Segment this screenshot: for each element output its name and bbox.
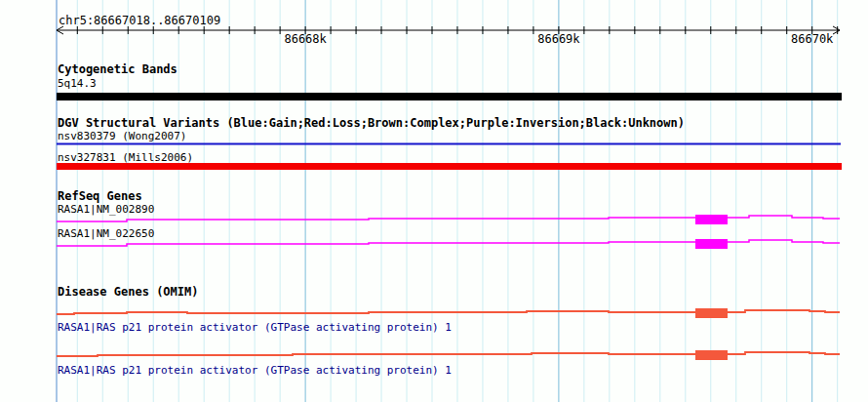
ruler-tick-label: 86670k bbox=[791, 33, 833, 46]
track-title-refseq-genes: RefSeq Genes bbox=[58, 190, 142, 203]
refseq-gene-2-exon[interactable] bbox=[695, 239, 728, 249]
cytoband-label[interactable]: 5q14.3 bbox=[58, 77, 97, 90]
omim-gene-label-2[interactable]: RASA1|RAS p21 protein activator (GTPase … bbox=[58, 364, 452, 377]
refseq-gene-label-nm-002890[interactable]: RASA1|NM_002890 bbox=[58, 203, 154, 216]
track-title-dgv-structural-variants: DGV Structural Variants (Blue:Gain;Red:L… bbox=[58, 117, 685, 130]
dgv-loss-bar[interactable] bbox=[57, 163, 842, 170]
omim-gene-1-exon[interactable] bbox=[695, 308, 728, 318]
omim-gene-label-1[interactable]: RASA1|RAS p21 protein activator (GTPase … bbox=[58, 321, 452, 334]
ruler-tick-label: 86669k bbox=[537, 33, 579, 46]
dgv-variant-label-nsv830379[interactable]: nsv830379 (Wong2007) bbox=[58, 130, 186, 142]
dgv-gain-line[interactable] bbox=[57, 143, 841, 145]
genome-browser-panel: chr5:86667018..86670109 86668k86669k8667… bbox=[0, 0, 868, 402]
refseq-gene-1-exon[interactable] bbox=[695, 215, 728, 224]
dgv-variant-label-nsv327831[interactable]: nsv327831 (Mills2006) bbox=[58, 151, 193, 164]
cytoband-bar[interactable] bbox=[57, 93, 842, 100]
omim-gene-2-exon[interactable] bbox=[695, 350, 728, 360]
ruler-tick-label: 86668k bbox=[284, 33, 326, 46]
track-title-disease-genes-omim: Disease Genes (OMIM) bbox=[58, 286, 199, 299]
refseq-gene-label-nm-022650[interactable]: RASA1|NM_022650 bbox=[58, 227, 154, 240]
track-title-cytogenetic-bands: Cytogenetic Bands bbox=[58, 63, 178, 76]
region-coordinates-label: chr5:86667018..86670109 bbox=[59, 15, 220, 27]
